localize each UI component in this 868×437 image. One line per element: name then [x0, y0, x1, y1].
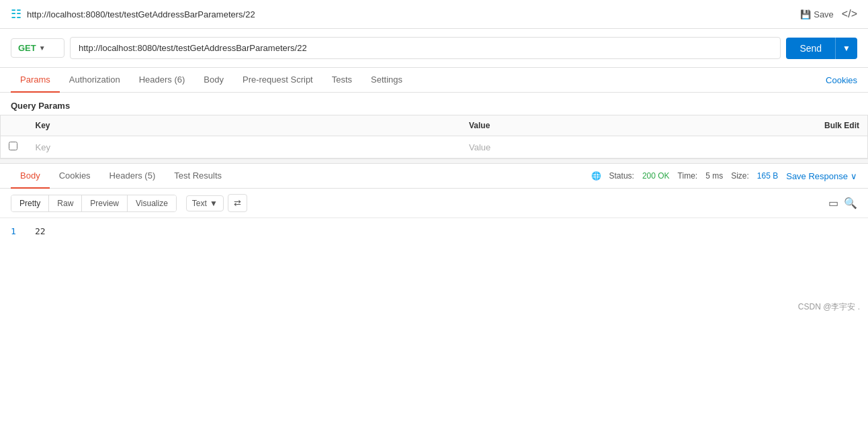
text-type-chevron-icon: ▼ — [210, 199, 218, 208]
status-value: 200 OK — [642, 171, 670, 181]
col-value: Value — [461, 115, 801, 136]
top-bar-right: 💾 Save </> — [800, 8, 857, 20]
value-placeholder: Value — [469, 142, 490, 152]
response-tab-cookies[interactable]: Cookies — [50, 164, 100, 189]
send-dropdown-button[interactable]: ▼ — [835, 38, 857, 59]
top-bar-url: http://localhost:8080/test/testGetAddres… — [27, 9, 255, 19]
globe-icon: 🌐 — [591, 171, 601, 181]
row-value-cell[interactable]: Value — [461, 136, 801, 158]
url-input[interactable] — [70, 37, 781, 59]
watermark: CSDN @李宇安 . — [0, 299, 868, 315]
col-key: Key — [28, 115, 462, 136]
response-tab-body[interactable]: Body — [11, 164, 50, 189]
tab-prerequest[interactable]: Pre-request Script — [233, 68, 322, 93]
size-label: Size: — [731, 171, 749, 181]
tab-authorization[interactable]: Authorization — [60, 68, 130, 93]
format-group: Pretty Raw Preview Visualize — [11, 195, 177, 212]
code-button[interactable]: </> — [842, 8, 857, 20]
row-checkbox-cell — [1, 136, 28, 158]
line-number: 1 — [11, 226, 24, 236]
format-bar: Pretty Raw Preview Visualize Text ▼ ⇄ ▭ … — [0, 189, 868, 218]
save-response-chevron-icon: ∨ — [851, 171, 857, 181]
text-type-label: Text — [192, 199, 207, 208]
row-actions-cell — [801, 136, 868, 158]
col-checkbox — [1, 115, 28, 136]
row-checkbox[interactable] — [9, 142, 17, 150]
query-params-label: Query Params — [0, 93, 868, 115]
tab-settings[interactable]: Settings — [361, 68, 412, 93]
response-tab-test-results[interactable]: Test Results — [165, 164, 231, 189]
status-label: Status: — [609, 171, 634, 181]
tab-tests[interactable]: Tests — [322, 68, 361, 93]
params-table: Key Value Bulk Edit Key Value — [0, 115, 868, 158]
url-bar: GET ▼ Send ▼ — [0, 29, 868, 68]
table-row: Key Value — [1, 136, 868, 158]
save-button[interactable]: 💾 Save — [800, 9, 834, 19]
code-area: 1 22 — [0, 218, 868, 299]
response-status-area: 🌐 Status: 200 OK Time: 5 ms Size: 165 B … — [591, 171, 857, 181]
format-raw-button[interactable]: Raw — [49, 195, 82, 211]
response-icons: ▭ 🔍 — [828, 197, 857, 209]
key-placeholder: Key — [36, 142, 50, 152]
tab-headers[interactable]: Headers (6) — [130, 68, 195, 93]
top-bar-left: ☷ http://localhost:8080/test/testGetAddr… — [11, 7, 255, 21]
tab-params[interactable]: Params — [11, 68, 60, 93]
text-type-select[interactable]: Text ▼ — [186, 195, 224, 211]
row-key-cell[interactable]: Key — [28, 136, 462, 158]
method-select[interactable]: GET ▼ — [11, 38, 64, 58]
format-pretty-button[interactable]: Pretty — [11, 195, 49, 211]
tab-body[interactable]: Body — [194, 68, 233, 93]
format-visualize-button[interactable]: Visualize — [128, 195, 176, 211]
postman-icon: ☷ — [11, 7, 21, 21]
line-content: 22 — [35, 226, 46, 236]
section-divider — [0, 158, 868, 164]
save-response-button[interactable]: Save Response ∨ — [786, 171, 857, 181]
response-tabs-row: Body Cookies Headers (5) Test Results 🌐 … — [0, 164, 868, 189]
bulk-edit-button[interactable]: Bulk Edit — [824, 121, 859, 130]
save-response-label: Save Response — [786, 171, 848, 181]
search-icon[interactable]: 🔍 — [844, 197, 857, 209]
method-label: GET — [18, 43, 36, 53]
send-button[interactable]: Send — [786, 38, 835, 59]
response-tab-headers[interactable]: Headers (5) — [100, 164, 165, 189]
time-value: 5 ms — [705, 171, 723, 181]
save-label: Save — [814, 9, 834, 19]
save-icon: 💾 — [800, 9, 811, 19]
format-lines-button[interactable]: ⇄ — [228, 194, 247, 212]
send-button-wrap: Send ▼ — [786, 38, 857, 59]
col-bulk-edit: Bulk Edit — [801, 115, 868, 136]
code-line: 1 22 — [11, 226, 857, 236]
top-bar: ☷ http://localhost:8080/test/testGetAddr… — [0, 0, 868, 29]
request-tabs-row: Params Authorization Headers (6) Body Pr… — [0, 68, 868, 93]
method-chevron-icon: ▼ — [39, 44, 46, 52]
time-label: Time: — [678, 171, 698, 181]
size-value: 165 B — [757, 171, 778, 181]
cookies-link[interactable]: Cookies — [826, 68, 857, 92]
format-preview-button[interactable]: Preview — [82, 195, 128, 211]
copy-icon[interactable]: ▭ — [828, 197, 838, 209]
